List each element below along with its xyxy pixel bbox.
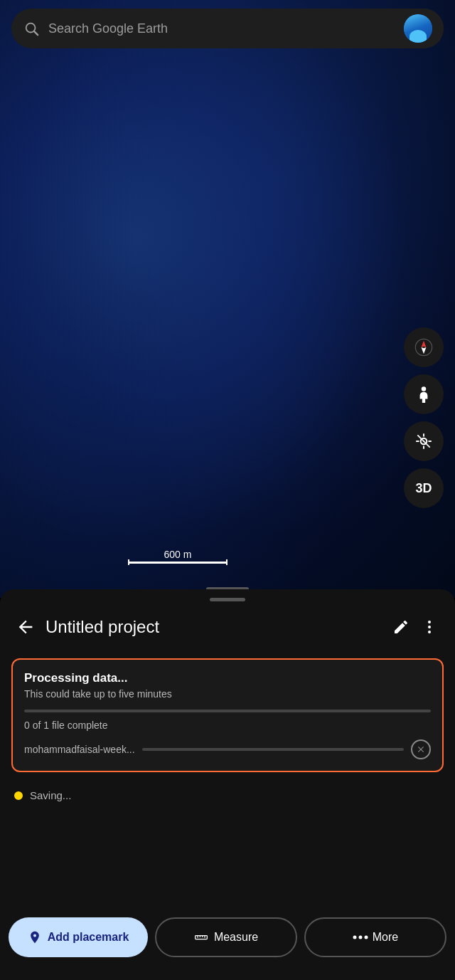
svg-point-21 [353,936,356,939]
cancel-button[interactable] [411,739,431,759]
scale-bar: 600 m [128,549,228,564]
svg-line-1 [34,31,38,35]
search-placeholder: Search Google Earth [48,21,395,36]
more-label: More [373,931,398,944]
edit-icon [392,618,410,636]
file-status: 0 of 1 file complete [24,720,431,731]
processing-card: Processing data... This could take up to… [11,658,444,772]
add-placemark-button[interactable]: Add placemark [9,917,148,957]
more-menu-button[interactable] [415,613,444,641]
svg-marker-3 [422,341,427,347]
pegman-icon [414,385,433,404]
svg-line-12 [417,435,429,447]
processing-subtitle: This could take up to five minutes [24,688,431,700]
measure-icon [194,930,208,944]
processing-title: Processing data... [24,671,431,685]
compass-icon [414,337,434,357]
svg-point-23 [364,936,368,939]
location-icon [414,432,433,451]
search-icon [23,20,40,37]
measure-label: Measure [214,931,258,944]
avatar[interactable] [404,14,432,43]
bottom-action-bar: Add placemark Measure More [0,909,455,980]
pegman-button[interactable] [404,374,444,414]
measure-button[interactable]: Measure [155,917,297,957]
add-placemark-label: Add placemark [48,931,129,944]
side-buttons: 3D [404,327,444,508]
compass-button[interactable] [404,327,444,367]
saving-dot [13,789,25,801]
placemark-icon [28,930,42,944]
3d-label: 3D [415,481,432,496]
back-button[interactable] [11,613,40,641]
file-progress-bar [142,748,404,751]
project-title: Untitled project [46,617,387,637]
search-bar[interactable]: Search Google Earth [11,9,444,48]
back-icon [16,617,36,637]
svg-point-5 [422,386,427,391]
svg-point-22 [358,936,362,939]
scale-label: 600 m [164,549,192,560]
project-header: Untitled project [0,613,455,653]
location-button[interactable] [404,421,444,461]
more-button[interactable]: More [304,917,446,957]
file-name: mohammadfaisal-week... [24,744,135,755]
svg-point-13 [428,621,431,623]
cancel-icon [416,744,426,754]
panel-drag-handle[interactable] [210,598,245,601]
vertical-dots-icon [421,618,438,636]
bottom-panel: Untitled project Processing data... This… [0,589,455,980]
map-overlay [0,0,455,598]
svg-point-15 [428,631,431,633]
saving-row: Saving... [0,778,455,813]
svg-marker-4 [422,347,427,354]
saving-text: Saving... [30,789,71,801]
dots-icon [353,934,368,940]
svg-point-14 [428,626,431,628]
file-row: mohammadfaisal-week... [24,739,431,759]
map-view[interactable]: Search Google Earth [0,0,455,598]
edit-button[interactable] [387,613,415,641]
svg-rect-16 [196,936,208,939]
main-progress-bar [24,710,431,712]
3d-button[interactable]: 3D [404,468,444,508]
scale-line [128,562,228,564]
